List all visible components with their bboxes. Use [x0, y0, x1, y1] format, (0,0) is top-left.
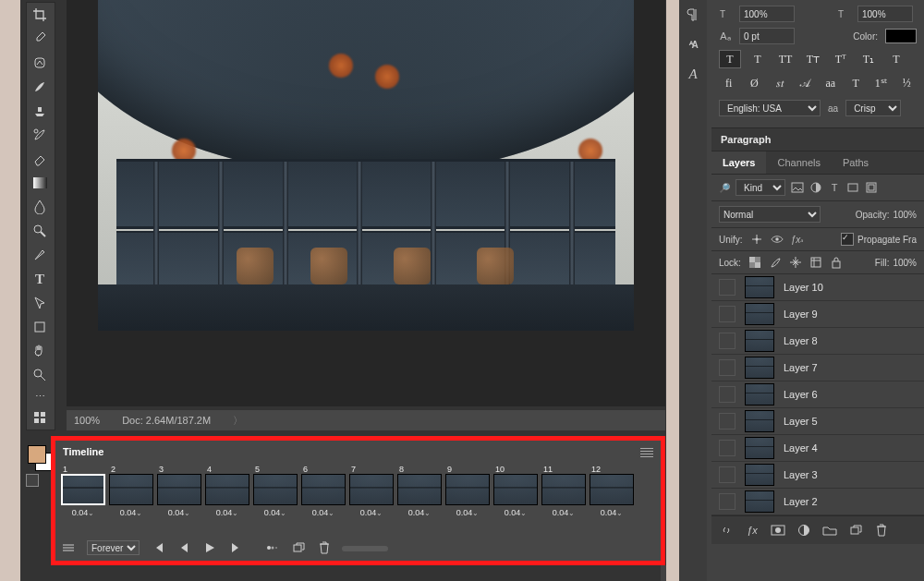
layer-row[interactable]: Layer 5	[711, 408, 924, 435]
text-format-button[interactable]: 𝒜	[796, 74, 816, 92]
eyedropper-tool[interactable]	[27, 27, 53, 51]
timeline-frame[interactable]: 40.04⌄	[205, 465, 249, 526]
timeline-frame[interactable]: 60.04⌄	[301, 465, 346, 526]
clone-stamp-tool[interactable]	[27, 99, 53, 123]
layer-name[interactable]: Layer 8	[784, 335, 818, 346]
text-format-button[interactable]: T	[885, 50, 907, 68]
text-format-button[interactable]: aa	[821, 74, 841, 92]
fill-value[interactable]: 100%	[893, 258, 917, 268]
font-size-input[interactable]	[739, 6, 795, 22]
canvas[interactable]	[98, 0, 634, 331]
antialias-select[interactable]: Crisp	[845, 100, 901, 116]
layer-row[interactable]: Layer 10	[711, 274, 924, 301]
dodge-tool[interactable]	[27, 219, 53, 243]
crop-tool[interactable]	[27, 3, 53, 27]
visibility-toggle[interactable]	[719, 359, 736, 376]
timeline-frame[interactable]: 10.04⌄	[61, 465, 105, 526]
opacity-value[interactable]: 100%	[893, 210, 917, 220]
text-format-button[interactable]: T	[846, 74, 867, 92]
new-layer-icon[interactable]	[848, 523, 863, 538]
text-format-button[interactable]: T₁	[857, 50, 880, 68]
layer-name[interactable]: Layer 6	[784, 389, 818, 400]
text-format-button[interactable]: T	[747, 50, 769, 68]
leading-input[interactable]	[857, 6, 913, 22]
eraser-tool[interactable]	[27, 147, 53, 171]
layer-name[interactable]: Layer 3	[784, 469, 818, 480]
visibility-toggle[interactable]	[719, 493, 736, 510]
layer-row[interactable]: Layer 9	[711, 301, 924, 328]
timeline-frame[interactable]: 110.04⌄	[541, 465, 586, 526]
text-format-button[interactable]: 1ˢᵗ	[871, 74, 892, 92]
visibility-toggle[interactable]	[719, 306, 736, 322]
timeline-frame[interactable]: 100.04⌄	[493, 465, 538, 526]
zoom-level[interactable]: 100%	[74, 415, 100, 426]
unify-position-icon[interactable]	[750, 233, 763, 246]
text-format-button[interactable]: Tᵀ	[830, 50, 852, 68]
layer-row[interactable]: Layer 7	[711, 355, 924, 381]
unify-visibility-icon[interactable]	[771, 233, 784, 246]
hand-tool[interactable]	[27, 339, 53, 363]
doc-size[interactable]: Doc: 2.64M/187.2M	[122, 415, 211, 426]
timeline-frame[interactable]: 120.04⌄	[590, 465, 634, 526]
loop-select[interactable]: Forever	[87, 540, 140, 555]
history-brush-tool[interactable]	[27, 123, 53, 147]
filter-smart-icon[interactable]	[865, 181, 878, 194]
text-format-button[interactable]: Tᴛ	[802, 50, 824, 68]
filter-type-icon[interactable]: T	[828, 181, 841, 194]
text-format-button[interactable]: ½	[897, 74, 918, 92]
timeline-frame[interactable]: 50.04⌄	[253, 465, 298, 526]
toolbox-extra[interactable]: ⋯	[27, 387, 53, 405]
layer-row[interactable]: Layer 3	[711, 462, 924, 489]
tab-channels[interactable]: Channels	[766, 151, 831, 174]
type-tool[interactable]: T	[27, 267, 53, 291]
text-format-button[interactable]: fi	[719, 74, 739, 92]
text-format-button[interactable]: 𝑠𝑡	[770, 74, 790, 92]
prev-frame-button[interactable]	[176, 540, 191, 555]
link-layers-icon[interactable]	[719, 523, 734, 538]
play-button[interactable]	[202, 540, 217, 555]
timeline-frame[interactable]: 70.04⌄	[349, 465, 394, 526]
layer-row[interactable]: Layer 8	[711, 328, 924, 355]
healing-brush-tool[interactable]	[27, 51, 53, 75]
layer-row[interactable]: Layer 6	[711, 381, 924, 408]
layer-name[interactable]: Layer 7	[784, 362, 818, 373]
status-more-icon[interactable]: 〉	[233, 414, 243, 428]
layer-mask-icon[interactable]	[771, 523, 785, 538]
gradient-tool[interactable]	[27, 171, 53, 195]
path-selection-tool[interactable]	[27, 291, 53, 315]
timeline-frame[interactable]: 80.04⌄	[397, 465, 442, 526]
layer-name[interactable]: Layer 5	[784, 416, 818, 427]
timeline-frame[interactable]: 30.04⌄	[157, 465, 201, 526]
visibility-toggle[interactable]	[719, 440, 736, 456]
filter-shape-icon[interactable]	[846, 181, 859, 194]
filter-adjustment-icon[interactable]	[809, 181, 822, 194]
edit-toolbar[interactable]	[27, 405, 53, 430]
visibility-toggle[interactable]	[719, 466, 736, 483]
shape-tool[interactable]	[27, 315, 53, 339]
character-panel-icon[interactable]: ᴬA	[684, 35, 702, 54]
paragraph-panel-icon[interactable]	[684, 6, 702, 24]
delete-frame-button[interactable]	[317, 540, 332, 555]
visibility-toggle[interactable]	[719, 413, 736, 430]
blur-tool[interactable]	[27, 195, 53, 219]
visibility-toggle[interactable]	[719, 333, 736, 349]
timeline-scrollbar[interactable]	[342, 546, 388, 551]
lock-image-icon[interactable]	[769, 256, 782, 269]
unify-style-icon[interactable]: ƒxₐ	[791, 233, 804, 246]
text-format-button[interactable]: T	[719, 50, 741, 68]
layer-name[interactable]: Layer 4	[784, 442, 818, 454]
layer-row[interactable]: Layer 2	[711, 489, 924, 515]
timeline-frame[interactable]: 20.04⌄	[109, 465, 153, 526]
timeline-menu-icon[interactable]	[640, 448, 653, 457]
lock-position-icon[interactable]	[789, 256, 802, 269]
blend-mode-select[interactable]: Normal	[719, 206, 821, 223]
text-format-button[interactable]: TT	[774, 50, 796, 68]
lock-all-icon[interactable]	[830, 256, 843, 269]
lock-artboard-icon[interactable]	[809, 256, 822, 269]
layer-fx-icon[interactable]: ƒx	[745, 523, 760, 538]
brush-tool[interactable]	[27, 75, 53, 99]
new-group-icon[interactable]	[822, 523, 837, 538]
glyphs-panel-icon[interactable]: A	[684, 65, 702, 83]
layer-row[interactable]: Layer 4	[711, 435, 924, 462]
tab-paths[interactable]: Paths	[832, 151, 880, 174]
